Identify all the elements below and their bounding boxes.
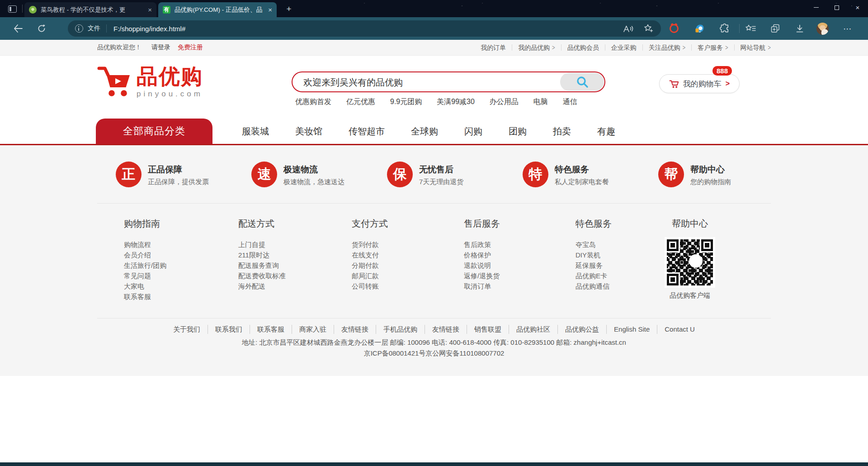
maximize-button[interactable] — [826, 0, 847, 15]
hot-link[interactable]: 通信 — [563, 97, 577, 107]
footer-link[interactable]: 货到付款 — [352, 239, 388, 250]
back-button[interactable] — [10, 17, 26, 40]
topbar-link-service[interactable]: 客户服务> — [691, 44, 734, 51]
profile-button[interactable] — [815, 17, 830, 40]
close-tab-icon[interactable]: × — [268, 6, 272, 14]
topbar-link-enterprise[interactable]: 企业采购 — [605, 44, 642, 51]
nav-item-global[interactable]: 全球购 — [411, 125, 438, 138]
close-tab-icon[interactable]: × — [148, 6, 152, 14]
footer-link[interactable]: 取消订单 — [464, 281, 500, 291]
add-favorite-star-icon[interactable] — [644, 24, 654, 33]
footer-link[interactable]: 分期付款 — [352, 260, 388, 271]
nav-item-group[interactable]: 团购 — [509, 125, 527, 138]
footer-bottom-link[interactable]: 友情链接 — [425, 325, 467, 334]
footer-link[interactable]: 公司转账 — [352, 281, 388, 291]
footer-link[interactable]: 夺宝岛 — [576, 239, 612, 250]
footer-link[interactable]: DIY装机 — [576, 250, 612, 260]
address-bar[interactable]: 文件 F:/shopping/index.html# — [68, 20, 661, 37]
extensions-button[interactable] — [718, 17, 731, 40]
runoob-favicon-icon — [29, 6, 37, 14]
topbar-link-my-pinyougou[interactable]: 我的品优购> — [512, 44, 561, 51]
footer-link[interactable]: 会员介绍 — [124, 250, 166, 260]
new-tab-button[interactable]: + — [283, 4, 295, 14]
footer-link[interactable]: 联系客服 — [124, 291, 166, 302]
footer-bottom-link[interactable]: 手机品优购 — [376, 325, 425, 334]
refresh-button[interactable] — [33, 17, 50, 40]
feature-icon: 正 — [116, 162, 142, 187]
footer-link[interactable]: 品优购E卡 — [576, 271, 612, 281]
settings-more-button[interactable]: ⋯ — [840, 17, 855, 40]
hot-link[interactable]: 美满99减30 — [437, 97, 475, 107]
footer-link[interactable]: 配送服务查询 — [238, 260, 286, 271]
footer-link[interactable]: 大家电 — [124, 281, 166, 291]
tab-pinyougou[interactable]: 有 品优购(PY.COM) - 正品低价、品 × — [158, 2, 277, 17]
footer-link[interactable]: 211限时达 — [238, 250, 286, 260]
topbar-link-follow[interactable]: 关注品优购> — [642, 44, 691, 51]
extension-red-button[interactable] — [667, 17, 681, 40]
footer-link[interactable]: 配送费收取标准 — [238, 271, 286, 281]
footer-link[interactable]: 品优购通信 — [576, 281, 612, 291]
footer-link[interactable]: 邮局汇款 — [352, 271, 388, 281]
search-button[interactable] — [560, 73, 604, 91]
hot-link[interactable]: 亿元优惠 — [346, 97, 375, 107]
hot-link[interactable]: 办公用品 — [490, 97, 519, 107]
footer-link[interactable]: 退款说明 — [464, 260, 500, 271]
footer-bottom-link[interactable]: 联系我们 — [208, 325, 250, 334]
nav-item-flash[interactable]: 闪购 — [464, 125, 482, 138]
downloads-button[interactable] — [793, 17, 807, 40]
hot-link[interactable]: 优惠购首发 — [295, 97, 331, 107]
login-link[interactable]: 请登录 — [151, 43, 170, 52]
collections-button[interactable] — [769, 17, 782, 40]
footer-link[interactable]: 返修/退换货 — [464, 271, 500, 281]
read-aloud-icon[interactable] — [623, 25, 634, 33]
footer-link[interactable]: 购物流程 — [124, 239, 166, 250]
footer-link[interactable]: 延保服务 — [576, 260, 612, 271]
topbar-link-sitemap[interactable]: 网站导航> — [734, 44, 771, 51]
tab-runoob[interactable]: 菜鸟教程 - 学的不仅是技术，更 × — [24, 2, 156, 17]
topbar-link-orders[interactable]: 我的订单 — [475, 44, 512, 51]
cart-button[interactable]: 我的购物车 > — [659, 74, 740, 93]
minimize-button[interactable] — [806, 0, 826, 15]
footer-link[interactable]: 生活旅行/团购 — [124, 260, 166, 271]
footer-link[interactable]: 上门自提 — [238, 239, 286, 250]
register-link[interactable]: 免费注册 — [178, 43, 203, 52]
tab-actions-button[interactable] — [5, 3, 19, 14]
all-categories-button[interactable]: 全部商品分类 — [96, 119, 212, 144]
footer-link[interactable]: 常见问题 — [124, 271, 166, 281]
address-divider — [106, 24, 107, 33]
cart-count-badge: 888 — [712, 66, 732, 76]
footer-bottom-link[interactable]: English Site — [606, 325, 657, 334]
footer-bottom-link[interactable]: Contact U — [657, 325, 702, 334]
footer-bottom-link[interactable]: 商家入驻 — [292, 325, 334, 334]
feature-icon: 帮 — [658, 162, 684, 187]
footer-column-title: 售后服务 — [464, 218, 500, 230]
site-logo[interactable]: 品优购 pinyou.com — [97, 65, 203, 99]
footer-bottom-link[interactable]: 联系客服 — [250, 325, 292, 334]
topbar-link-member[interactable]: 品优购会员 — [561, 44, 605, 51]
nav-item-auction[interactable]: 拍卖 — [553, 125, 571, 138]
feature-title: 正品保障 — [148, 164, 182, 176]
nav-item-beauty[interactable]: 美妆馆 — [295, 125, 322, 138]
page-info-icon[interactable] — [75, 24, 83, 33]
footer-bottom-link[interactable]: 品优购公益 — [557, 325, 606, 334]
extension-blue-button[interactable] — [693, 17, 706, 40]
nav-item-fun[interactable]: 有趣 — [597, 125, 615, 138]
feature-desc: 正品保障，提供发票 — [148, 178, 209, 186]
footer-link[interactable]: 海外配送 — [238, 281, 286, 291]
footer-link[interactable]: 价格保护 — [464, 250, 500, 260]
hot-link[interactable]: 9.9元团购 — [390, 97, 422, 107]
footer-bottom-link[interactable]: 友情链接 — [334, 325, 376, 334]
nav-item-supermarket[interactable]: 传智超市 — [349, 125, 385, 138]
footer-link[interactable]: 在线支付 — [352, 250, 388, 260]
url-text[interactable]: F:/shopping/index.html# — [113, 25, 618, 33]
footer-bottom-link[interactable]: 品优购社区 — [509, 325, 557, 334]
search-input[interactable] — [302, 74, 539, 91]
footer-bottom-link[interactable]: 销售联盟 — [467, 325, 509, 334]
favorites-button[interactable] — [744, 17, 758, 40]
nav-item-clothing[interactable]: 服装城 — [242, 125, 269, 138]
hot-link[interactable]: 电脑 — [533, 97, 548, 107]
footer-bottom-link[interactable]: 关于我们 — [166, 325, 208, 334]
footer-link[interactable]: 售后政策 — [464, 239, 500, 250]
topbar-link-label: 企业采购 — [611, 44, 637, 51]
close-window-button[interactable]: × — [847, 0, 868, 15]
